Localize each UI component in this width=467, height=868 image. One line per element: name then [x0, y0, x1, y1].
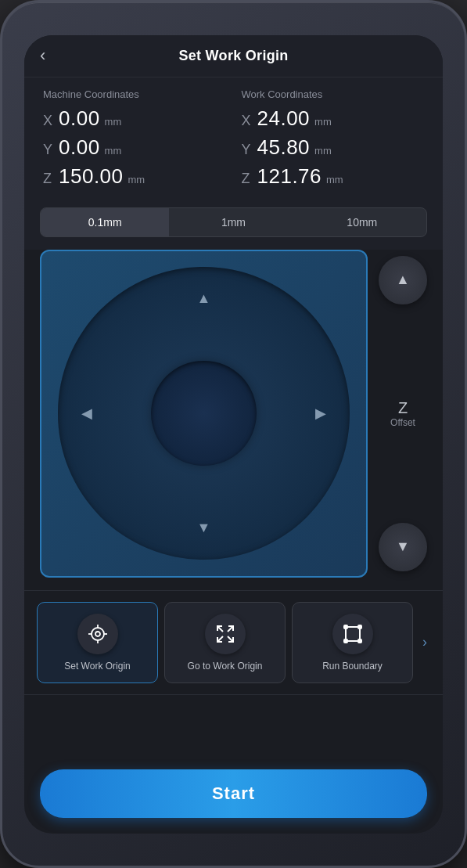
step-0.1mm-button[interactable]: 0.1mm	[41, 208, 169, 236]
step-selector: 0.1mm 1mm 10mm	[24, 207, 443, 250]
z-down-icon: ▼	[396, 538, 410, 555]
run-boundary-label: Run Boundary	[322, 661, 383, 672]
svg-rect-11	[344, 625, 347, 628]
step-1mm-button[interactable]: 1mm	[169, 208, 297, 236]
jog-left-arrow[interactable]: ◀	[81, 405, 92, 422]
jog-down-arrow[interactable]: ▼	[197, 520, 211, 536]
work-x-axis: X	[242, 113, 253, 129]
svg-line-7	[228, 626, 233, 632]
work-z-axis: Z	[242, 171, 253, 187]
machine-x-unit: mm	[105, 116, 122, 128]
svg-rect-14	[358, 639, 361, 643]
machine-coords-label: Machine Coordinates	[43, 88, 226, 100]
z-up-icon: ▲	[396, 272, 410, 288]
back-button[interactable]: ‹	[40, 45, 45, 66]
go-to-work-origin-button[interactable]: Go to Work Origin	[164, 602, 286, 683]
crosshair-icon	[87, 623, 109, 645]
machine-z-row: Z 150.00 mm	[43, 164, 226, 189]
svg-rect-10	[346, 627, 360, 641]
machine-x-row: X 0.00 mm	[43, 106, 226, 131]
machine-coords-col: Machine Coordinates X 0.00 mm Y 0.00 mm …	[43, 88, 234, 193]
work-z-row: Z 121.76 mm	[242, 164, 425, 189]
z-offset-label: Offset	[390, 417, 415, 428]
z-down-button[interactable]: ▼	[379, 523, 427, 571]
action-buttons-row: Set Work Origin Go to Work	[24, 591, 443, 694]
page-title: Set Work Origin	[178, 48, 288, 64]
run-boundary-button[interactable]: Run Boundary	[292, 602, 413, 683]
boundary-icon	[342, 623, 364, 645]
svg-line-8	[217, 636, 223, 642]
work-z-unit: mm	[326, 174, 343, 185]
go-to-work-origin-icon-circle	[205, 614, 246, 654]
work-y-row: Y 45.80 mm	[242, 135, 425, 160]
go-to-work-origin-label: Go to Work Origin	[188, 661, 263, 672]
work-x-unit: mm	[314, 116, 332, 128]
svg-line-9	[228, 636, 233, 642]
start-area: Start	[24, 760, 443, 834]
jog-center-circle[interactable]	[151, 361, 256, 466]
coordinates-section: Machine Coordinates X 0.00 mm Y 0.00 mm …	[24, 77, 443, 207]
machine-x-value: 0.00	[59, 106, 100, 131]
xy-jog-pad[interactable]: ▲ ▼ ◀ ▶	[40, 250, 368, 578]
jog-up-arrow[interactable]: ▲	[197, 290, 211, 307]
jog-right-arrow[interactable]: ▶	[315, 405, 326, 422]
phone-screen: ‹ Set Work Origin Machine Coordinates X …	[24, 35, 443, 834]
machine-z-value: 150.00	[59, 164, 124, 189]
work-x-value: 24.00	[257, 106, 311, 131]
svg-rect-12	[358, 625, 361, 628]
phone-frame: ‹ Set Work Origin Machine Coordinates X …	[0, 0, 467, 868]
machine-z-axis: Z	[43, 171, 54, 187]
set-work-origin-button[interactable]: Set Work Origin	[37, 602, 158, 683]
machine-y-axis: Y	[43, 142, 54, 158]
set-work-origin-label: Set Work Origin	[64, 661, 130, 672]
svg-line-6	[217, 626, 223, 632]
machine-y-row: Y 0.00 mm	[43, 135, 226, 160]
svg-point-0	[92, 628, 104, 640]
machine-y-value: 0.00	[59, 135, 100, 160]
xy-pad-inner: ▲ ▼ ◀ ▶	[58, 267, 350, 560]
svg-point-1	[95, 632, 100, 636]
set-work-origin-icon-circle	[77, 614, 118, 654]
z-label: Z Offset	[390, 399, 415, 428]
work-coords-label: Work Coordinates	[242, 88, 425, 100]
chevron-right-icon[interactable]: ›	[419, 631, 430, 654]
arrows-in-icon	[214, 623, 236, 645]
z-axis-label: Z	[390, 399, 415, 417]
svg-rect-13	[344, 639, 347, 643]
start-button[interactable]: Start	[40, 769, 427, 818]
header: ‹ Set Work Origin	[24, 35, 443, 77]
work-y-unit: mm	[314, 145, 332, 157]
machine-x-axis: X	[43, 113, 54, 129]
work-y-axis: Y	[242, 142, 253, 158]
run-boundary-icon-circle	[332, 614, 373, 654]
work-y-value: 45.80	[257, 135, 311, 160]
work-z-value: 121.76	[257, 164, 322, 189]
work-x-row: X 24.00 mm	[242, 106, 425, 131]
work-coords-col: Work Coordinates X 24.00 mm Y 45.80 mm Z…	[234, 88, 425, 193]
z-controls: ▲ Z Offset ▼	[379, 250, 427, 578]
z-up-button[interactable]: ▲	[379, 256, 427, 304]
machine-y-unit: mm	[105, 145, 122, 157]
machine-z-unit: mm	[128, 174, 145, 185]
jog-area: ▲ ▼ ◀ ▶ ▲ Z Offset ▼	[24, 250, 443, 590]
step-10mm-button[interactable]: 10mm	[298, 208, 426, 236]
